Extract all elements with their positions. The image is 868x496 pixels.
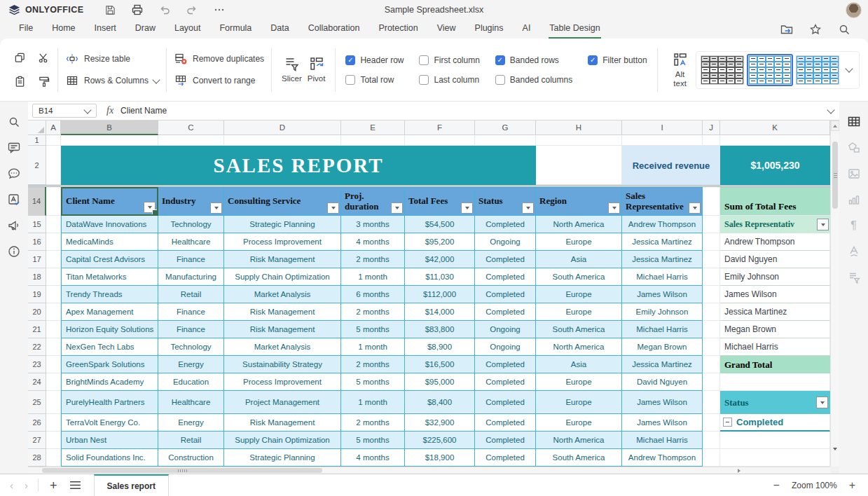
avatar[interactable]	[846, 2, 862, 18]
horizontal-scrollbar[interactable]	[28, 467, 830, 474]
tab-view[interactable]: View	[436, 20, 457, 39]
checkbox-filter-button[interactable]: ✓Filter button	[588, 55, 647, 65]
cell-E24[interactable]: 5 months	[341, 373, 405, 391]
cell-C22[interactable]: Technology	[158, 338, 224, 356]
row-header-14[interactable]: 14	[28, 187, 46, 216]
cell-F23[interactable]: $16,500	[405, 356, 475, 373]
cell-A18[interactable]	[46, 268, 61, 286]
cell-I16[interactable]: Jessica Martinez	[622, 233, 703, 251]
cell-B25[interactable]: PurelyHealth Partners	[61, 391, 158, 414]
pivot-row-michael-harris[interactable]: Michael Harris	[720, 338, 830, 356]
cell-G19[interactable]: Completed	[475, 286, 536, 303]
vertical-scroll-thumb[interactable]	[832, 142, 838, 209]
cell-I15[interactable]: Andrew Thompson	[622, 216, 703, 233]
status-filter-item-completed[interactable]: Completed	[720, 414, 830, 432]
paragraph-settings-icon[interactable]: ¶	[846, 218, 862, 233]
cell-H27[interactable]: North America	[536, 432, 622, 449]
cell-G15[interactable]: Completed	[475, 216, 536, 233]
cell-J20[interactable]	[703, 303, 720, 321]
row-header-18[interactable]: 18	[28, 268, 46, 286]
tab-formula[interactable]: Formula	[219, 20, 252, 39]
cell-J17[interactable]	[703, 251, 720, 268]
format-painter-button[interactable]	[36, 75, 50, 89]
tab-draw[interactable]: Draw	[135, 20, 156, 39]
cell-D21[interactable]: Risk Management	[224, 321, 341, 338]
scroll-up-icon[interactable]	[831, 120, 839, 131]
cell-A28[interactable]	[46, 449, 61, 467]
undo-button[interactable]	[158, 3, 172, 17]
cell-D23[interactable]: Sustainability Strategy	[224, 356, 341, 373]
filter-button[interactable]	[608, 202, 620, 214]
zoom-out-button[interactable]: −	[773, 480, 780, 491]
cell-G27[interactable]: Completed	[475, 432, 536, 449]
cell-J23[interactable]	[703, 356, 720, 373]
cell-E19[interactable]: 6 months	[341, 286, 405, 303]
zoom-in-button[interactable]: +	[849, 480, 855, 491]
pivot-field-cell[interactable]: Sales Representativ	[720, 216, 830, 233]
cell-B23[interactable]: GreenSpark Solutions	[61, 356, 158, 373]
row-header-1[interactable]: 1	[28, 135, 46, 146]
cell-K24[interactable]	[720, 373, 830, 391]
cell-A15[interactable]	[46, 216, 61, 233]
cell-D27[interactable]: Supply Chain Optimization	[224, 432, 341, 449]
cell-J26[interactable]	[703, 414, 720, 432]
cell-B20[interactable]: Apex Management	[61, 303, 158, 321]
cell-B15[interactable]: DataWave Innovations	[61, 216, 158, 233]
cell-A21[interactable]	[46, 321, 61, 338]
checkbox-banded-columns[interactable]: Banded columns	[495, 75, 572, 85]
cell-G24[interactable]: Completed	[475, 373, 536, 391]
horizontal-scroll-thumb[interactable]	[42, 468, 322, 473]
cell-F1[interactable]	[405, 135, 475, 146]
alt-text-button[interactable]: Alt text	[665, 51, 696, 88]
cell-I1[interactable]	[622, 135, 703, 146]
row-header-22[interactable]: 22	[28, 338, 46, 356]
tab-ai[interactable]: AI	[522, 20, 532, 39]
shape-settings-icon[interactable]	[846, 140, 862, 156]
cell-J16[interactable]	[703, 233, 720, 251]
cell-G16[interactable]: Ongoing	[475, 233, 536, 251]
pivot-title-cell[interactable]: Sum of Total Fees	[720, 187, 830, 216]
cell-I23[interactable]: Jessica Martinez	[622, 356, 703, 373]
table-header-client-name[interactable]: Client Name	[61, 187, 158, 216]
tab-protection[interactable]: Protection	[378, 20, 418, 39]
search-icon[interactable]	[837, 22, 851, 36]
column-header-J[interactable]: J	[703, 120, 720, 135]
cell-D22[interactable]: Market Analysis	[224, 338, 341, 356]
sheet-list-icon[interactable]	[69, 478, 83, 492]
filter-button[interactable]	[461, 202, 473, 214]
cell-B26[interactable]: TerraVolt Energy Co.	[61, 414, 158, 432]
cell-A17[interactable]	[46, 251, 61, 268]
cell-G26[interactable]: Completed	[475, 414, 536, 432]
cell-F18[interactable]: $11,030	[405, 268, 475, 286]
cell-G22[interactable]: Ongoing	[475, 338, 536, 356]
cell-C24[interactable]: Education	[158, 373, 224, 391]
cell-B19[interactable]: Trendy Threads	[61, 286, 158, 303]
pivot-field-dropdown-icon[interactable]	[817, 219, 829, 230]
cell-F17[interactable]: $42,000	[405, 251, 475, 268]
cell-I18[interactable]: Michael Harris	[622, 268, 703, 286]
cell-I21[interactable]: Michael Harris	[622, 321, 703, 338]
convert-to-range-button[interactable]: Convert to range	[174, 73, 264, 88]
cell-J24[interactable]	[703, 373, 720, 391]
cell-A26[interactable]	[46, 414, 61, 432]
cell-D26[interactable]: Risk Management	[224, 414, 341, 432]
cell-H22[interactable]: North America	[536, 338, 622, 356]
cell-J21[interactable]	[703, 321, 720, 338]
column-header-K[interactable]: K	[720, 120, 830, 135]
cell-F24[interactable]: $95,000	[405, 373, 475, 391]
cell-J14[interactable]	[703, 187, 720, 216]
table-settings-icon[interactable]	[846, 114, 862, 130]
row-header-15[interactable]: 15	[28, 216, 46, 233]
cell-F22[interactable]: $8,900	[405, 338, 475, 356]
cell-J22[interactable]	[703, 338, 720, 356]
received-revenue-label-cell[interactable]: Received revenue	[622, 146, 720, 185]
table-style-light-blue[interactable]	[748, 55, 792, 85]
pivot-grand-total-cell[interactable]: Grand Total	[720, 356, 830, 373]
cell-E16[interactable]: 4 months	[341, 233, 405, 251]
cell-A27[interactable]	[46, 432, 61, 449]
pivot-row-andrew-thompson[interactable]: Andrew Thompson	[720, 233, 830, 251]
tab-table-design[interactable]: Table Design	[549, 20, 600, 39]
table-header-sales-representative[interactable]: Sales Representative	[622, 187, 703, 216]
cell-G1[interactable]	[475, 135, 536, 146]
cell-G25[interactable]: Completed	[475, 391, 536, 414]
